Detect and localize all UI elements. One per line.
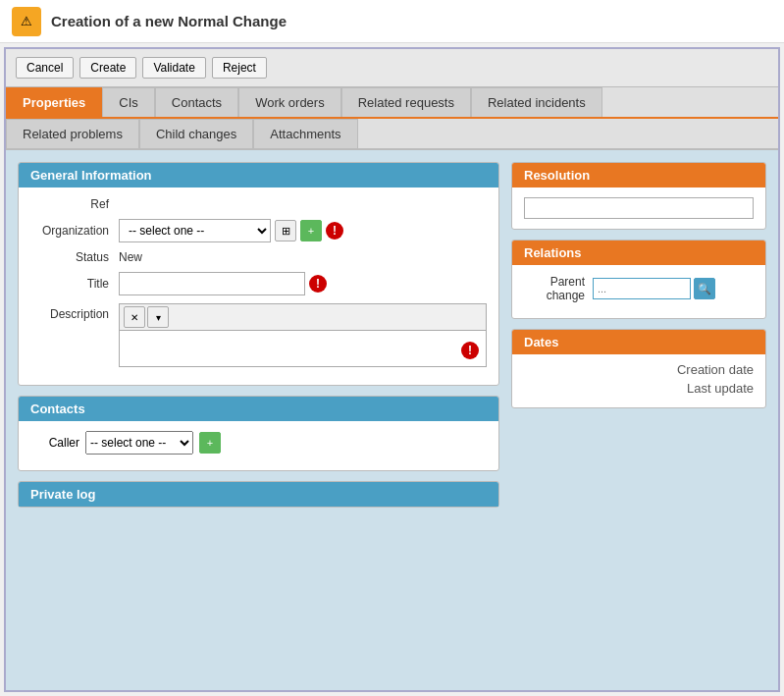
organization-error-icon: ! bbox=[326, 222, 343, 240]
private-log-header[interactable]: Private log bbox=[19, 482, 498, 507]
last-update-row: Last update bbox=[524, 381, 754, 396]
contacts-body: Caller -- select one -- + bbox=[19, 421, 498, 470]
parent-change-input-group: 🔍 bbox=[593, 278, 715, 299]
tab-contacts[interactable]: Contacts bbox=[155, 87, 238, 117]
tab-work-orders[interactable]: Work orders bbox=[238, 87, 341, 117]
contacts-header: Contacts bbox=[19, 397, 498, 421]
relations-header: Relations bbox=[512, 241, 765, 265]
organization-select[interactable]: -- select one -- bbox=[119, 219, 271, 242]
left-column: General Information Ref Organization -- … bbox=[18, 162, 499, 678]
general-info-panel: General Information Ref Organization -- … bbox=[18, 162, 499, 386]
description-label: Description bbox=[30, 303, 119, 321]
tab-related-requests[interactable]: Related requests bbox=[341, 87, 471, 117]
resolution-body bbox=[512, 187, 765, 229]
resolution-header: Resolution bbox=[512, 163, 765, 187]
title-input[interactable] bbox=[119, 272, 305, 295]
organization-expand-btn[interactable]: ⊞ bbox=[275, 220, 296, 241]
resolution-input[interactable] bbox=[524, 197, 754, 219]
creation-date-label: Creation date bbox=[677, 362, 754, 377]
tab-attachments[interactable]: Attachments bbox=[253, 119, 357, 148]
tab-cis[interactable]: CIs bbox=[102, 87, 155, 117]
status-value: New bbox=[119, 250, 142, 264]
tab-properties[interactable]: Properties bbox=[6, 87, 102, 117]
title-input-group: ! bbox=[119, 272, 327, 295]
contacts-panel: Contacts Caller -- select one -- + bbox=[18, 396, 499, 471]
ref-row: Ref bbox=[30, 197, 487, 211]
description-container: ✕ ▾ bbox=[119, 303, 487, 367]
tab-related-incidents[interactable]: Related incidents bbox=[471, 87, 602, 117]
tabs-row2: Related problems Child changes Attachmen… bbox=[6, 119, 778, 150]
resolution-panel: Resolution bbox=[511, 162, 766, 230]
description-textarea[interactable] bbox=[120, 331, 486, 366]
parent-change-label: Parent change bbox=[524, 275, 593, 302]
ref-label: Ref bbox=[30, 197, 119, 211]
title-row: Title ! bbox=[30, 272, 487, 295]
reject-button[interactable]: Reject bbox=[212, 57, 267, 79]
title-bar: ⚠ Creation of a new Normal Change bbox=[0, 0, 784, 43]
last-update-label: Last update bbox=[687, 381, 754, 396]
status-label: Status bbox=[30, 250, 119, 264]
caller-add-btn[interactable]: + bbox=[199, 432, 221, 454]
general-info-body: Ref Organization -- select one -- ⊞ + ! bbox=[19, 187, 498, 385]
description-error-icon: ! bbox=[461, 342, 479, 359]
organization-add-btn[interactable]: + bbox=[300, 220, 322, 241]
dates-body: Creation date Last update bbox=[512, 354, 765, 407]
organization-row: Organization -- select one -- ⊞ + ! bbox=[30, 219, 487, 242]
title-label: Title bbox=[30, 277, 119, 291]
creation-date-row: Creation date bbox=[524, 362, 754, 377]
validate-button[interactable]: Validate bbox=[142, 57, 205, 79]
create-button[interactable]: Create bbox=[79, 57, 136, 79]
caller-label: Caller bbox=[30, 436, 79, 450]
caller-select[interactable]: -- select one -- bbox=[85, 431, 193, 455]
dates-panel: Dates Creation date Last update bbox=[511, 329, 766, 408]
organization-input-group: -- select one -- ⊞ + ! bbox=[119, 219, 343, 242]
parent-change-search-btn[interactable]: 🔍 bbox=[694, 278, 715, 299]
dates-header: Dates bbox=[512, 330, 765, 354]
tab-child-changes[interactable]: Child changes bbox=[139, 119, 253, 148]
private-log-panel: Private log bbox=[18, 481, 499, 508]
description-row: Description ✕ ▾ ! bbox=[30, 303, 487, 367]
cancel-button[interactable]: Cancel bbox=[16, 57, 74, 79]
main-wrapper: Cancel Create Validate Reject Properties… bbox=[4, 47, 780, 692]
tab-related-problems[interactable]: Related problems bbox=[6, 119, 139, 148]
warning-icon: ⚠ bbox=[12, 7, 41, 36]
tabs-row1: Properties CIs Contacts Work orders Rela… bbox=[6, 87, 778, 119]
description-wrapper: ✕ ▾ ! bbox=[119, 303, 487, 367]
toolbar: Cancel Create Validate Reject bbox=[6, 49, 778, 87]
caller-row: Caller -- select one -- + bbox=[30, 431, 487, 455]
title-error-icon: ! bbox=[309, 275, 327, 293]
desc-dropdown-btn[interactable]: ▾ bbox=[147, 306, 169, 328]
parent-change-input[interactable] bbox=[593, 278, 691, 299]
general-info-header: General Information bbox=[19, 163, 498, 187]
relations-body: Parent change 🔍 bbox=[512, 265, 765, 318]
content-area: General Information Ref Organization -- … bbox=[6, 150, 778, 690]
status-row: Status New bbox=[30, 250, 487, 264]
description-toolbar: ✕ ▾ bbox=[120, 304, 486, 331]
page-title: Creation of a new Normal Change bbox=[51, 13, 287, 29]
organization-label: Organization bbox=[30, 224, 119, 238]
right-column: Resolution Relations Parent change 🔍 bbox=[511, 162, 766, 678]
desc-clear-btn[interactable]: ✕ bbox=[124, 306, 145, 328]
relations-panel: Relations Parent change 🔍 bbox=[511, 240, 766, 319]
parent-change-row: Parent change 🔍 bbox=[524, 275, 754, 302]
